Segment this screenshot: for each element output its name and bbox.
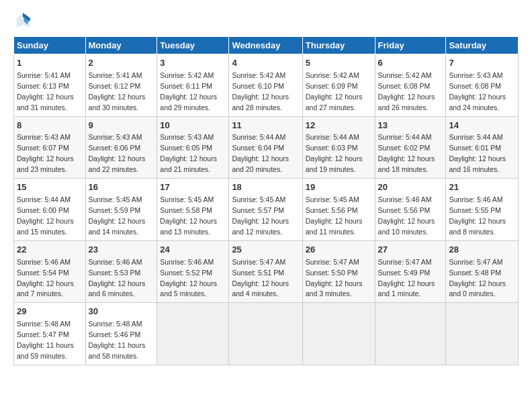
calendar-cell: 5Sunrise: 5:42 AM Sunset: 6:09 PM Daylig… xyxy=(302,54,375,117)
calendar-cell: 27Sunrise: 5:47 AM Sunset: 5:49 PM Dayli… xyxy=(375,240,446,303)
header xyxy=(13,11,519,30)
day-number: 12 xyxy=(306,120,372,132)
calendar-cell: 4Sunrise: 5:42 AM Sunset: 6:10 PM Daylig… xyxy=(229,54,302,117)
day-number: 25 xyxy=(232,244,299,257)
day-detail: Sunrise: 5:42 AM Sunset: 6:09 PM Dayligh… xyxy=(306,71,363,111)
days-of-week-row: SundayMondayTuesdayWednesdayThursdayFrid… xyxy=(14,37,519,54)
day-number: 29 xyxy=(17,306,83,318)
day-number: 8 xyxy=(17,120,83,132)
day-detail: Sunrise: 5:47 AM Sunset: 5:51 PM Dayligh… xyxy=(232,258,289,298)
calendar-cell: 17Sunrise: 5:45 AM Sunset: 5:58 PM Dayli… xyxy=(157,179,229,241)
day-detail: Sunrise: 5:47 AM Sunset: 5:48 PM Dayligh… xyxy=(449,258,506,298)
calendar-cell: 10Sunrise: 5:43 AM Sunset: 6:05 PM Dayli… xyxy=(157,116,229,179)
day-number: 3 xyxy=(160,57,226,70)
calendar-cell: 18Sunrise: 5:45 AM Sunset: 5:57 PM Dayli… xyxy=(229,179,302,241)
day-number: 16 xyxy=(89,181,154,194)
day-number: 7 xyxy=(449,57,515,70)
day-detail: Sunrise: 5:43 AM Sunset: 6:08 PM Dayligh… xyxy=(449,71,506,111)
calendar-cell: 14Sunrise: 5:44 AM Sunset: 6:01 PM Dayli… xyxy=(446,116,519,179)
day-detail: Sunrise: 5:44 AM Sunset: 6:02 PM Dayligh… xyxy=(378,133,435,173)
day-detail: Sunrise: 5:43 AM Sunset: 6:06 PM Dayligh… xyxy=(89,133,146,173)
day-of-week-tuesday: Tuesday xyxy=(157,37,229,54)
calendar-cell: 12Sunrise: 5:44 AM Sunset: 6:03 PM Dayli… xyxy=(302,116,375,179)
day-detail: Sunrise: 5:44 AM Sunset: 6:01 PM Dayligh… xyxy=(449,133,506,173)
day-number: 14 xyxy=(449,120,515,132)
day-detail: Sunrise: 5:48 AM Sunset: 5:47 PM Dayligh… xyxy=(17,320,74,360)
day-number: 13 xyxy=(378,120,443,132)
calendar-cell: 7Sunrise: 5:43 AM Sunset: 6:08 PM Daylig… xyxy=(446,54,519,117)
day-detail: Sunrise: 5:43 AM Sunset: 6:05 PM Dayligh… xyxy=(160,133,217,173)
day-detail: Sunrise: 5:48 AM Sunset: 5:46 PM Dayligh… xyxy=(89,320,146,360)
day-number: 9 xyxy=(89,120,154,132)
day-detail: Sunrise: 5:42 AM Sunset: 6:08 PM Dayligh… xyxy=(378,71,435,111)
day-of-week-saturday: Saturday xyxy=(446,37,519,54)
logo-icon xyxy=(13,11,32,30)
logo xyxy=(13,11,35,30)
day-number: 2 xyxy=(89,57,154,70)
day-number: 19 xyxy=(306,181,372,194)
calendar-cell: 24Sunrise: 5:46 AM Sunset: 5:52 PM Dayli… xyxy=(157,240,229,303)
day-detail: Sunrise: 5:46 AM Sunset: 5:53 PM Dayligh… xyxy=(89,258,146,298)
week-row-3: 15Sunrise: 5:44 AM Sunset: 6:00 PM Dayli… xyxy=(14,179,519,241)
day-detail: Sunrise: 5:44 AM Sunset: 6:00 PM Dayligh… xyxy=(17,195,74,236)
calendar-cell: 19Sunrise: 5:45 AM Sunset: 5:56 PM Dayli… xyxy=(302,179,375,241)
day-of-week-wednesday: Wednesday xyxy=(229,37,302,54)
calendar-cell: 11Sunrise: 5:44 AM Sunset: 6:04 PM Dayli… xyxy=(229,116,302,179)
day-number: 4 xyxy=(232,57,299,70)
calendar-cell: 15Sunrise: 5:44 AM Sunset: 6:00 PM Dayli… xyxy=(14,179,86,241)
day-number: 17 xyxy=(160,181,226,194)
calendar-header: SundayMondayTuesdayWednesdayThursdayFrid… xyxy=(14,37,519,54)
day-number: 28 xyxy=(449,244,515,257)
day-of-week-thursday: Thursday xyxy=(302,37,375,54)
day-detail: Sunrise: 5:45 AM Sunset: 5:57 PM Dayligh… xyxy=(232,195,289,236)
calendar-cell: 1Sunrise: 5:41 AM Sunset: 6:13 PM Daylig… xyxy=(14,54,86,117)
day-detail: Sunrise: 5:45 AM Sunset: 5:59 PM Dayligh… xyxy=(89,195,146,236)
calendar-cell: 8Sunrise: 5:43 AM Sunset: 6:07 PM Daylig… xyxy=(14,116,86,179)
calendar-cell: 9Sunrise: 5:43 AM Sunset: 6:06 PM Daylig… xyxy=(85,116,157,179)
day-of-week-monday: Monday xyxy=(85,37,157,54)
calendar-cell: 29Sunrise: 5:48 AM Sunset: 5:47 PM Dayli… xyxy=(14,303,86,365)
day-number: 6 xyxy=(378,57,443,70)
day-detail: Sunrise: 5:44 AM Sunset: 6:03 PM Dayligh… xyxy=(306,133,363,173)
day-number: 10 xyxy=(160,120,226,132)
day-number: 21 xyxy=(449,181,515,194)
day-detail: Sunrise: 5:45 AM Sunset: 5:58 PM Dayligh… xyxy=(160,195,217,236)
page: SundayMondayTuesdayWednesdayThursdayFrid… xyxy=(0,0,532,411)
week-row-4: 22Sunrise: 5:46 AM Sunset: 5:54 PM Dayli… xyxy=(14,240,519,303)
calendar-cell xyxy=(229,303,302,365)
calendar-cell: 22Sunrise: 5:46 AM Sunset: 5:54 PM Dayli… xyxy=(14,240,86,303)
calendar-cell: 30Sunrise: 5:48 AM Sunset: 5:46 PM Dayli… xyxy=(85,303,157,365)
day-detail: Sunrise: 5:41 AM Sunset: 6:13 PM Dayligh… xyxy=(17,71,74,111)
day-detail: Sunrise: 5:41 AM Sunset: 6:12 PM Dayligh… xyxy=(89,71,146,111)
calendar-cell xyxy=(157,303,229,365)
day-detail: Sunrise: 5:46 AM Sunset: 5:55 PM Dayligh… xyxy=(449,195,506,236)
day-detail: Sunrise: 5:46 AM Sunset: 5:56 PM Dayligh… xyxy=(378,195,435,236)
calendar-cell: 25Sunrise: 5:47 AM Sunset: 5:51 PM Dayli… xyxy=(229,240,302,303)
calendar: SundayMondayTuesdayWednesdayThursdayFrid… xyxy=(13,36,519,365)
calendar-body: 1Sunrise: 5:41 AM Sunset: 6:13 PM Daylig… xyxy=(14,54,519,365)
day-number: 24 xyxy=(160,244,226,257)
day-number: 1 xyxy=(17,57,83,70)
day-of-week-friday: Friday xyxy=(375,37,446,54)
day-detail: Sunrise: 5:47 AM Sunset: 5:50 PM Dayligh… xyxy=(306,258,363,298)
day-number: 30 xyxy=(89,306,154,318)
calendar-cell: 6Sunrise: 5:42 AM Sunset: 6:08 PM Daylig… xyxy=(375,54,446,117)
calendar-cell: 13Sunrise: 5:44 AM Sunset: 6:02 PM Dayli… xyxy=(375,116,446,179)
week-row-2: 8Sunrise: 5:43 AM Sunset: 6:07 PM Daylig… xyxy=(14,116,519,179)
day-number: 15 xyxy=(17,181,83,194)
calendar-cell: 23Sunrise: 5:46 AM Sunset: 5:53 PM Dayli… xyxy=(85,240,157,303)
calendar-cell: 2Sunrise: 5:41 AM Sunset: 6:12 PM Daylig… xyxy=(85,54,157,117)
day-number: 18 xyxy=(232,181,299,194)
calendar-cell: 20Sunrise: 5:46 AM Sunset: 5:56 PM Dayli… xyxy=(375,179,446,241)
day-detail: Sunrise: 5:43 AM Sunset: 6:07 PM Dayligh… xyxy=(17,133,74,173)
day-detail: Sunrise: 5:46 AM Sunset: 5:54 PM Dayligh… xyxy=(17,258,74,298)
week-row-5: 29Sunrise: 5:48 AM Sunset: 5:47 PM Dayli… xyxy=(14,303,519,365)
week-row-1: 1Sunrise: 5:41 AM Sunset: 6:13 PM Daylig… xyxy=(14,54,519,117)
calendar-cell xyxy=(302,303,375,365)
day-number: 20 xyxy=(378,181,443,194)
day-detail: Sunrise: 5:42 AM Sunset: 6:11 PM Dayligh… xyxy=(160,71,217,111)
day-detail: Sunrise: 5:45 AM Sunset: 5:56 PM Dayligh… xyxy=(306,195,363,236)
day-number: 11 xyxy=(232,120,299,132)
day-number: 22 xyxy=(17,244,83,257)
day-detail: Sunrise: 5:46 AM Sunset: 5:52 PM Dayligh… xyxy=(160,258,217,298)
